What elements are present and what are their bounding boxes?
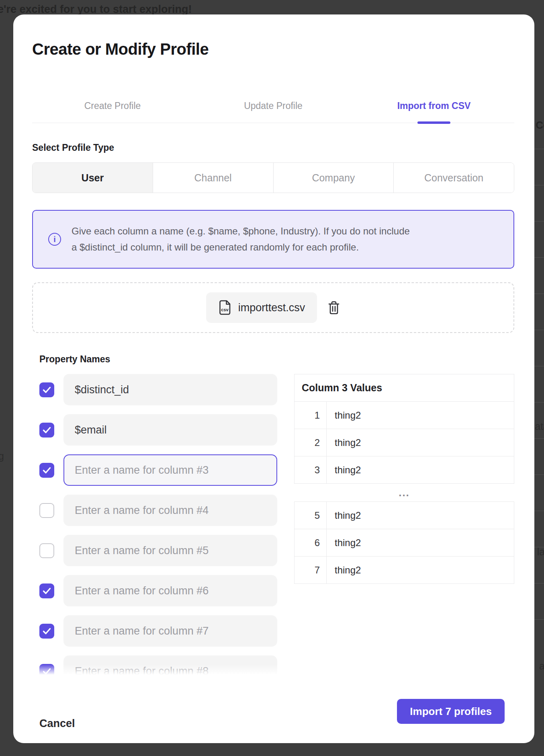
table-row: 1 thing2 [294,402,514,429]
column-5-name-input[interactable] [63,535,277,566]
svg-text:csv: csv [221,307,229,312]
column-2-name-input[interactable] [63,414,277,446]
column-7-name-input[interactable] [63,615,277,647]
check-icon [43,386,51,393]
column-values-table-bottom: 5 thing2 6 thing2 7 thing2 [294,501,514,584]
check-icon [43,427,51,433]
check-icon [43,588,51,594]
info-icon: i [48,233,61,246]
dimmed-background-fragment: g [0,450,4,462]
row-value: thing2 [327,429,514,456]
row-index: 2 [294,429,327,456]
column-2-checkbox[interactable] [39,423,54,438]
property-row [32,575,277,606]
row-value: thing2 [327,402,514,429]
property-names-label: Property Names [39,354,110,365]
tab-label: Create Profile [84,101,141,111]
row-value: thing2 [327,502,514,529]
trash-icon [327,300,340,315]
profile-type-conversation[interactable]: Conversation [393,163,514,193]
table-header-row: Column 3 Values [294,374,514,402]
dialog-title: Create or Modify Profile [32,40,209,58]
property-row [32,374,277,405]
column-3-checkbox[interactable] [39,463,54,478]
check-icon [43,668,51,675]
tab-create-profile[interactable]: Create Profile [32,89,193,123]
column-4-name-input[interactable] [63,495,277,526]
row-index: 3 [294,456,327,484]
profile-type-company[interactable]: Company [273,163,394,193]
csv-file-icon: csv [218,300,232,316]
uploaded-file-name: importtest.csv [238,302,305,314]
row-index: 5 [294,502,327,529]
property-names-list [32,374,277,675]
column-6-checkbox[interactable] [39,583,54,598]
tab-active-underline [417,121,450,124]
check-icon [43,467,51,474]
table-row: 7 thing2 [294,557,514,584]
tab-label: Update Profile [244,101,303,111]
tab-import-from-csv[interactable]: Import from CSV [354,89,514,123]
column-3-name-input[interactable] [63,454,277,486]
row-index: 6 [294,529,327,557]
uploaded-file-chip[interactable]: csv importtest.csv [206,292,317,323]
dimmed-background-text: e're excited for you to start exploring! [0,3,192,16]
property-row [32,535,277,566]
dialog-tabs: Create Profile Update Profile Import fro… [32,89,514,123]
column-8-name-input[interactable] [63,655,277,675]
property-row [32,454,277,486]
row-value: thing2 [327,557,514,584]
property-row [32,655,277,675]
table-row: 2 thing2 [294,429,514,456]
column-1-name-input[interactable] [63,374,277,405]
select-profile-type-label: Select Profile Type [32,142,114,153]
column-7-checkbox[interactable] [39,624,54,639]
tab-label: Import from CSV [397,101,471,111]
row-value: thing2 [327,529,514,557]
check-icon [43,628,51,635]
property-row [32,414,277,446]
import-profiles-button[interactable]: Import 7 profiles [397,699,505,724]
column-5-checkbox[interactable] [39,543,54,558]
dimmed-background-fragment: a [539,660,544,672]
create-or-modify-profile-dialog: Create or Modify Profile Create Profile … [13,14,534,743]
csv-upload-dropzone[interactable]: csv importtest.csv [32,282,514,333]
profile-type-user[interactable]: User [33,163,153,193]
info-banner: i Give each column a name (e.g. $name, $… [32,210,514,269]
table-row: 3 thing2 [294,456,514,484]
table-row: 6 thing2 [294,529,514,557]
rows-ellipsis: ... [294,484,514,501]
column-values-table-top: Column 3 Values 1 thing2 2 thing2 3 thin… [294,374,514,484]
row-value: thing2 [327,456,514,484]
profile-type-segmented-control: User Channel Company Conversation [32,162,514,193]
column-6-name-input[interactable] [63,575,277,606]
remove-file-button[interactable] [327,300,340,315]
profile-type-channel[interactable]: Channel [153,163,273,193]
column-values-panel: Column 3 Values 1 thing2 2 thing2 3 thin… [294,374,514,584]
column-values-header: Column 3 Values [294,374,514,402]
column-8-checkbox[interactable] [39,664,54,675]
property-row [32,495,277,526]
property-row [32,615,277,647]
tab-update-profile[interactable]: Update Profile [193,89,354,123]
row-index: 1 [294,402,327,429]
column-1-checkbox[interactable] [39,382,54,397]
cancel-button[interactable]: Cancel [39,717,75,730]
dimmed-background-fragment: Co [536,119,544,131]
info-banner-text: Give each column a name (e.g. $name, $ph… [72,223,411,255]
dimmed-background-table-lines [534,149,544,655]
row-index: 7 [294,557,327,584]
table-row: 5 thing2 [294,502,514,529]
column-4-checkbox[interactable] [39,503,54,518]
